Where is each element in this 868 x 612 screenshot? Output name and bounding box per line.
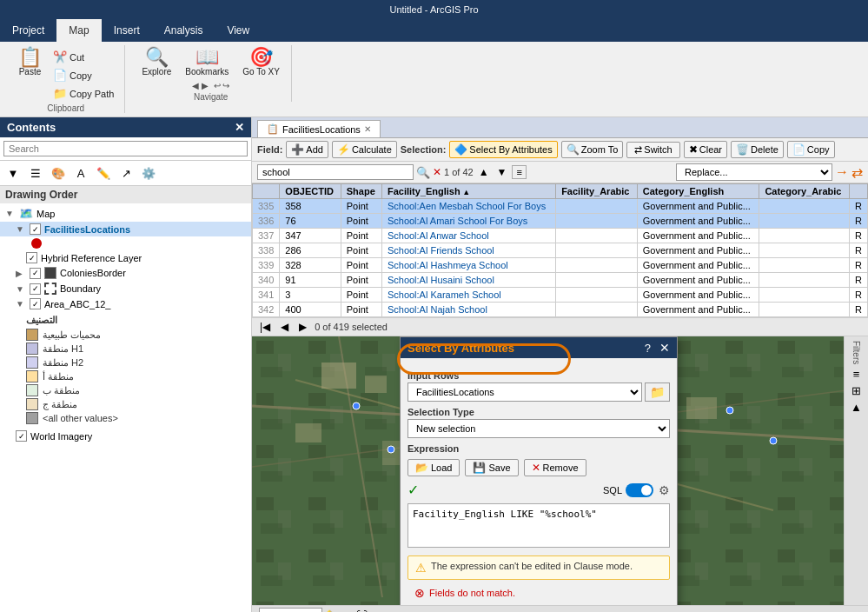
layer-item-hybrid[interactable]: ✓ Hybrid Reference Layer (0, 250, 251, 265)
copy-field-btn[interactable]: 📄 Copy (787, 141, 835, 158)
paste-button[interactable]: 📋 Paste (14, 45, 46, 79)
search-icon-btn[interactable]: 🔍 (416, 166, 430, 179)
table-row[interactable]: 336 76 Point School:Al Amari School For … (253, 214, 868, 229)
input-rows-folder-btn[interactable]: 📁 (645, 382, 670, 402)
col-shape[interactable]: Shape (341, 184, 381, 199)
sidebar-search-input[interactable] (3, 141, 248, 156)
transfer-left-btn[interactable]: ⇄ (851, 164, 863, 181)
tab-project[interactable]: Project (0, 19, 56, 42)
list-view-btn[interactable]: ≡ (512, 165, 526, 179)
remove-btn[interactable]: ✕ Remove (524, 459, 586, 476)
col-facility-arabic[interactable]: Facility_Arabic (556, 184, 638, 199)
col-extra (850, 184, 868, 199)
layer-tree: ▼ 🗺️ Map ▼ ✓ FacilitiesLocations ✓ Hybri… (0, 203, 251, 445)
map-fit-btn[interactable]: ⛶ (356, 609, 368, 613)
tab-insert[interactable]: Insert (102, 19, 152, 42)
clear-search-btn[interactable]: ✕ (433, 166, 441, 178)
layer-item-colonies[interactable]: ▶ ✓ ColoniesBorder (0, 265, 251, 281)
filter-btn-3[interactable]: ▲ (851, 401, 862, 414)
next-page-btn[interactable]: ▶ (296, 320, 309, 334)
colonies-checkbox[interactable]: ✓ (30, 268, 41, 279)
input-rows-select[interactable]: FacilitiesLocations (407, 382, 642, 402)
col-objectid[interactable]: OBJECTID (280, 184, 341, 199)
table-row[interactable]: 340 91 Point School:Al Husaini School Go… (253, 273, 868, 288)
label-btn[interactable]: A (70, 163, 91, 183)
hybrid-checkbox[interactable]: ✓ (26, 252, 37, 263)
facilities-tab[interactable]: 📋 FacilitiesLocations ✕ (257, 120, 381, 137)
prev-page-btn[interactable]: ◀ (278, 320, 291, 334)
symbology-btn[interactable]: 🎨 (48, 163, 69, 183)
layer-props-btn[interactable]: ⚙️ (138, 163, 159, 183)
replace-select[interactable]: Replace... (676, 163, 832, 181)
table-row[interactable]: 342 400 Point School:Al Najah School Gov… (253, 303, 868, 317)
expression-textbox[interactable]: Facility_English LIKE "%school%" (407, 503, 670, 548)
table-row[interactable]: 338 286 Point School:Al Friends School G… (253, 243, 868, 258)
selection-type-label: Selection Type (407, 407, 670, 417)
edit-btn[interactable]: ✏️ (93, 163, 114, 183)
input-rows-row: FacilitiesLocations 📁 (407, 382, 670, 402)
filter-btn-2[interactable]: ⊞ (851, 384, 861, 397)
filter-layers-btn[interactable]: ▼ (3, 163, 23, 183)
add-btn[interactable]: ➕ Add (286, 141, 328, 158)
tab-analysis[interactable]: Analysis (152, 19, 215, 42)
bookmarks-button[interactable]: 📖 Bookmarks (181, 45, 233, 79)
cut-button[interactable]: ✂️ Cut (50, 49, 117, 65)
load-icon: 📂 (415, 462, 428, 474)
explore-button[interactable]: 🔍 Explore (137, 45, 176, 79)
copy-icon: 📄 (53, 69, 67, 82)
layer-item-map[interactable]: ▼ 🗺️ Map (0, 205, 251, 222)
sql-toggle: SQL (603, 483, 653, 497)
tab-label: FacilitiesLocations (282, 124, 361, 135)
selection-type-select[interactable]: New selection (407, 419, 670, 438)
tab-map[interactable]: Map (56, 19, 101, 42)
cell-objectid: 328 (280, 258, 341, 273)
tab-view[interactable]: View (215, 19, 262, 42)
filter-icon[interactable]: ≡ (853, 368, 860, 381)
map-scale-select[interactable]: 1:27,019 (259, 608, 322, 612)
world-imagery-checkbox[interactable]: ✓ (16, 430, 27, 442)
transfer-right-btn[interactable]: → (835, 164, 849, 180)
layer-item-area[interactable]: ▼ ✓ Area_ABC_12_ (0, 296, 251, 311)
delete-btn[interactable]: 🗑️ Delete (731, 141, 784, 158)
table-row[interactable]: 339 328 Point School:Al Hashmeya School … (253, 258, 868, 273)
dialog-help-btn[interactable]: ? (645, 342, 651, 355)
copy-path-button[interactable]: 📁 Copy Path (50, 85, 117, 102)
cell-shape: Point (341, 214, 381, 229)
table-row[interactable]: 337 347 Point School:Al Anwar School Gov… (253, 229, 868, 243)
dialog-close-btn[interactable]: ✕ (659, 341, 670, 355)
col-facility-english[interactable]: Facility_English (381, 184, 555, 199)
copy-button[interactable]: 📄 Copy (50, 67, 117, 83)
table-row[interactable]: 335 358 Point School:Aen Mesbah School F… (253, 199, 868, 214)
first-page-btn[interactable]: |◀ (257, 320, 273, 334)
next-result-btn[interactable]: ▼ (494, 165, 510, 179)
map-grid-btn[interactable]: ⊞ (343, 609, 353, 613)
tab-close-btn[interactable]: ✕ (364, 124, 371, 134)
clear-btn[interactable]: ✖ Clear (684, 141, 727, 158)
load-btn[interactable]: 📂 Load (407, 459, 460, 476)
verify-btn[interactable]: ✓ (407, 482, 419, 498)
layer-list-btn[interactable]: ☰ (25, 163, 46, 183)
col-cat-eng[interactable]: Category_English (637, 184, 759, 199)
col-cat-arab[interactable]: Category_Arabic (759, 184, 850, 199)
select-by-attributes-btn[interactable]: 🔷 Select By Attributes (449, 141, 557, 158)
table-row[interactable]: 341 3 Point School:Al Karameh School Gov… (253, 288, 868, 303)
switch-btn[interactable]: ⇄ Switch (626, 142, 679, 158)
sidebar-collapse-btn[interactable]: ✕ (235, 121, 244, 134)
search-input[interactable] (257, 164, 414, 180)
layer-item-facilities[interactable]: ▼ ✓ FacilitiesLocations (0, 222, 251, 236)
sql-toggle-btn[interactable] (626, 483, 653, 497)
area-checkbox[interactable]: ✓ (30, 298, 41, 309)
save-btn[interactable]: 💾 Save (465, 459, 518, 476)
facilities-checkbox[interactable]: ✓ (30, 223, 41, 235)
zoom-to-btn[interactable]: 🔍 Zoom To (561, 141, 624, 158)
search-count: 1 of 42 (444, 167, 474, 177)
go-to-xy-button[interactable]: 🎯 Go To XY (238, 45, 284, 79)
calculate-btn[interactable]: ⚡ Calculate (332, 141, 397, 158)
settings-icon[interactable]: ⚙ (659, 483, 670, 497)
layer-item-world-imagery[interactable]: ✓ World Imagery (0, 429, 251, 443)
map-area[interactable]: Beitunya Filters (252, 336, 868, 605)
share-btn[interactable]: ↗ (116, 163, 136, 183)
prev-result-btn[interactable]: ▲ (476, 165, 492, 179)
layer-item-boundary[interactable]: ▼ ✓ Boundary (0, 281, 251, 296)
boundary-checkbox[interactable]: ✓ (30, 283, 41, 295)
